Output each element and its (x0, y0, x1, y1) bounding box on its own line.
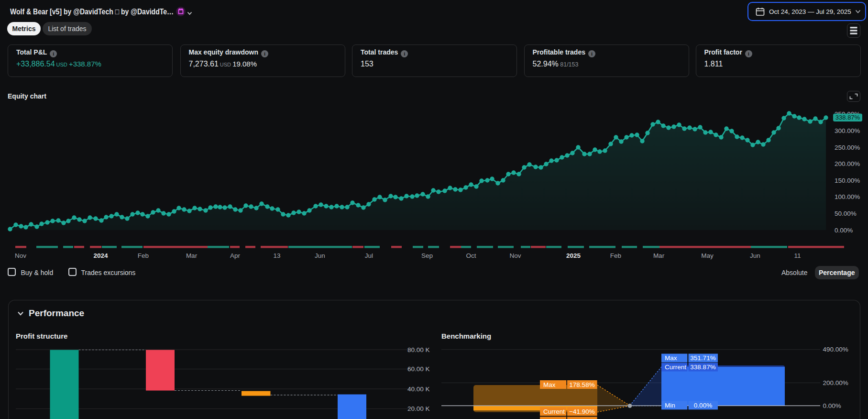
svg-text:150.00%: 150.00% (835, 177, 860, 184)
svg-text:338.87%: 338.87% (690, 364, 715, 371)
svg-text:11: 11 (794, 252, 801, 259)
svg-text:Mar: Mar (186, 252, 198, 259)
svg-text:0.00%: 0.00% (835, 227, 853, 234)
svg-text:80.00 K: 80.00 K (407, 346, 430, 353)
svg-text:Jun: Jun (315, 252, 325, 259)
svg-text:2024: 2024 (93, 252, 108, 259)
svg-text:Nov: Nov (15, 252, 26, 259)
svg-text:Feb: Feb (138, 252, 149, 259)
svg-text:60.00 K: 60.00 K (407, 365, 430, 373)
svg-text:May: May (701, 252, 714, 259)
svg-text:Apr: Apr (230, 252, 241, 259)
svg-text:490.00%: 490.00% (823, 346, 848, 353)
svg-text:Min: Min (665, 402, 675, 409)
svg-text:Feb: Feb (610, 252, 621, 259)
svg-text:338.87%: 338.87% (835, 114, 860, 121)
svg-text:−41.90%: −41.90% (569, 408, 595, 415)
svg-text:Current: Current (543, 408, 565, 415)
svg-text:50.00%: 50.00% (835, 210, 857, 217)
svg-text:13: 13 (273, 252, 280, 259)
svg-text:Jul: Jul (365, 252, 373, 259)
svg-text:Current: Current (665, 364, 686, 371)
svg-text:Nov: Nov (509, 252, 521, 259)
svg-text:351.71%: 351.71% (690, 354, 715, 362)
svg-text:Max: Max (665, 354, 677, 362)
svg-text:0.00%: 0.00% (823, 402, 841, 409)
svg-text:Oct: Oct (466, 252, 476, 259)
svg-text:200.00%: 200.00% (823, 379, 848, 386)
svg-text:2025: 2025 (566, 252, 581, 259)
svg-text:0.00%: 0.00% (694, 402, 712, 409)
svg-text:40.00 K: 40.00 K (407, 386, 430, 393)
svg-text:Max: Max (543, 381, 556, 388)
svg-text:250.00%: 250.00% (835, 144, 860, 151)
svg-text:Mar: Mar (653, 252, 665, 259)
svg-text:100.00%: 100.00% (835, 193, 860, 200)
svg-text:200.00%: 200.00% (835, 160, 860, 167)
svg-text:178.58%: 178.58% (569, 381, 594, 388)
svg-text:20.00 K: 20.00 K (407, 405, 430, 412)
svg-text:Jun: Jun (750, 252, 760, 259)
svg-text:Sep: Sep (421, 252, 433, 259)
svg-text:300.00%: 300.00% (835, 127, 860, 134)
